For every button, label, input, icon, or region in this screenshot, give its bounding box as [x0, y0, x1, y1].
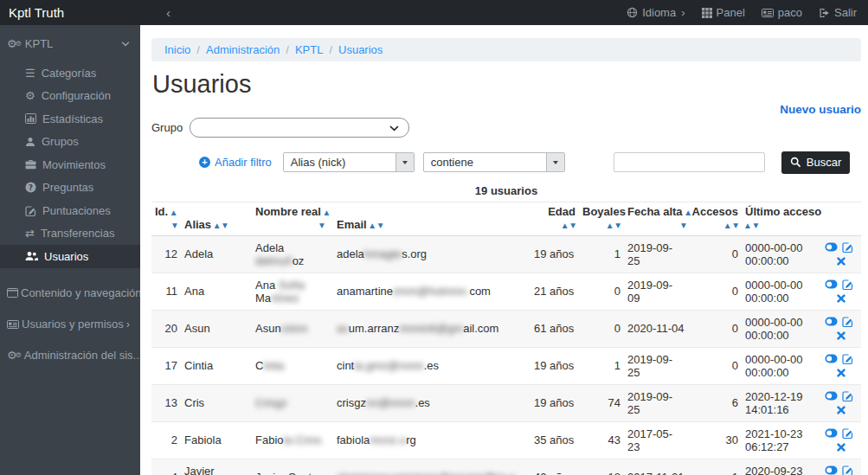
idcard-icon [7, 319, 19, 330]
edit-icon[interactable] [842, 316, 853, 327]
search-button-label: Buscar [807, 156, 841, 169]
toggle-icon[interactable] [825, 428, 838, 438]
filter-field-select[interactable]: Alias (nick) [283, 152, 415, 172]
filter-field-caret-button[interactable] [395, 153, 414, 171]
cell-email: chamnnon.nnristonn@nnvnnnffnn.org [333, 459, 530, 475]
edit-icon[interactable] [842, 353, 853, 364]
sort-asc-icon[interactable]: ▲ [745, 221, 750, 229]
cell-age: 19 años [530, 235, 579, 273]
sidebar-collapse-icon[interactable]: ‹ [166, 5, 170, 20]
table-row: 4Javier SantosJavier Santoschamnnon.nnri… [151, 459, 861, 475]
filter-field-value: Alias (nick) [284, 156, 395, 169]
edit-icon[interactable] [842, 279, 853, 290]
cell-boyales: 0 [579, 310, 624, 347]
toggle-icon[interactable] [825, 391, 838, 401]
topbar-item-salir[interactable]: Salir [819, 6, 857, 19]
delete-icon[interactable] [837, 294, 845, 303]
cell-actions [821, 384, 861, 421]
edit-icon[interactable] [842, 427, 853, 439]
toggle-icon[interactable] [825, 317, 838, 326]
filter-value-input[interactable] [614, 152, 765, 172]
sidebar-group-administracion-del-sis[interactable]: ⚙⚙Administración del sis...› [0, 340, 140, 371]
toggle-icon[interactable] [825, 279, 838, 289]
edit-icon[interactable] [842, 241, 853, 253]
redacted-text: zmm@hotmnn. [393, 285, 469, 298]
sidebar-item-usuarios[interactable]: Usuarios [0, 245, 140, 268]
sort-desc-icon[interactable]: ▼ [172, 221, 177, 229]
sidebar-item-categorias[interactable]: ☰Categorías [0, 61, 140, 85]
topbar-item-paco[interactable]: paco [762, 6, 802, 19]
sort-desc-icon[interactable]: ▼ [570, 221, 575, 229]
breadcrumb-separator: / [286, 43, 289, 56]
sort-desc-icon[interactable]: ▼ [615, 221, 620, 229]
edit-icon[interactable] [842, 465, 853, 475]
delete-icon[interactable] [837, 257, 845, 266]
sidebar-group-usuarios-y-permisos[interactable]: Usuarios y permisos› [0, 309, 140, 340]
sort-desc-icon[interactable]: ▼ [319, 221, 325, 229]
sidebar-item-label: Preguntas [42, 181, 93, 194]
cell-last-access: 2020-09-2317:37:30 [742, 459, 821, 475]
topbar-item-panel[interactable]: Panel [702, 6, 745, 19]
delete-icon[interactable] [837, 406, 845, 414]
cell-access-count: 0 [688, 347, 742, 384]
cell-signup-date: 2017-11-21 [624, 459, 688, 475]
sort-desc-icon[interactable]: ▼ [222, 221, 228, 229]
breadcrumb-link[interactable]: Usuarios [338, 43, 383, 56]
toggle-icon[interactable] [825, 354, 838, 363]
sort-asc-icon[interactable]: ▲ [685, 209, 691, 216]
cell-name: Fabiola Cnns [252, 421, 333, 459]
search-button[interactable]: Buscar [781, 151, 850, 174]
breadcrumb-link[interactable]: Administración [206, 43, 280, 56]
sort-asc-icon[interactable]: ▲ [608, 221, 613, 229]
breadcrumb-link[interactable]: KPTL [295, 43, 324, 56]
sidebar-group-contenido-y-navegacion[interactable]: Contenido y navegación› [0, 278, 140, 309]
sidebar-item-label: Configuración [42, 89, 111, 102]
sidebar-section-kptl[interactable]: ⚙⚙ KPTL [0, 25, 140, 61]
delete-icon[interactable] [837, 369, 845, 377]
user-count: 19 usuarios [151, 184, 861, 197]
filter-operator-caret-button[interactable] [546, 153, 564, 171]
sidebar-item-movimientos[interactable]: Movimientos [0, 153, 140, 177]
breadcrumb-link[interactable]: Inicio [164, 43, 190, 56]
sidebar-groups: Contenido y navegación›Usuarios y permis… [0, 278, 140, 371]
sort-asc-icon[interactable]: ▲ [324, 209, 329, 216]
sidebar-item-configuracion[interactable]: ⚙Configuración [0, 85, 140, 108]
sort-desc-icon[interactable]: ▼ [753, 221, 758, 229]
cell-age: 21 años [530, 273, 579, 310]
sidebar-item-transferencias[interactable]: ⇄Transferencias [0, 222, 140, 246]
sidebar-item-preguntas[interactable]: ?Preguntas [0, 177, 140, 200]
toggle-icon[interactable] [825, 242, 838, 252]
add-filter-link[interactable]: + Añadir filtro [199, 156, 272, 169]
sidebar-item-grupos[interactable]: Grupos [0, 131, 140, 154]
topbar-item-idioma[interactable]: Idioma› [627, 6, 685, 19]
delete-icon[interactable] [837, 443, 845, 452]
sort-asc-icon[interactable]: ▲ [563, 221, 568, 229]
filter-operator-select[interactable]: contiene [423, 152, 565, 172]
gears-icon: ⚙⚙ [7, 38, 22, 49]
sidebar-item-estadisticas[interactable]: Estadísticas [0, 107, 140, 131]
sidebar-item-label: Puntuaciones [42, 204, 111, 217]
cell-id: 11 [151, 273, 181, 310]
edit-icon[interactable] [842, 390, 853, 401]
delete-icon[interactable] [837, 331, 845, 340]
new-user-link[interactable]: Nuevo usuario [780, 103, 861, 116]
redacted-text: mcnz.o [370, 433, 406, 446]
group-select[interactable] [190, 118, 409, 138]
cell-age: 61 años [530, 310, 579, 347]
sort-desc-icon[interactable]: ▼ [378, 221, 383, 229]
cell-name: Adela delmuñoz [252, 235, 333, 273]
redacted-text: chamnnon.nnristonn@nnvnnnffnn.o [337, 471, 515, 475]
sort-asc-icon[interactable]: ▲ [370, 221, 375, 229]
sort-desc-icon[interactable]: ▼ [733, 221, 738, 229]
topbar-item-label: Idioma [642, 6, 676, 19]
toggle-icon[interactable] [825, 465, 838, 475]
sidebar: ⚙⚙ KPTL ☰Categorías⚙ConfiguraciónEstadís… [0, 25, 140, 475]
sort-asc-icon[interactable]: ▲ [171, 209, 177, 216]
last-access-time: 14:01:16 [745, 403, 818, 416]
last-access-date: 0000-00-00 [745, 316, 818, 329]
gear-icon: ⚙ [25, 90, 35, 101]
sort-asc-icon[interactable]: ▲ [725, 221, 730, 229]
sort-desc-icon[interactable]: ▼ [681, 221, 686, 229]
sort-asc-icon[interactable]: ▲ [215, 221, 220, 229]
sidebar-item-puntuaciones[interactable]: Puntuaciones [0, 199, 140, 222]
